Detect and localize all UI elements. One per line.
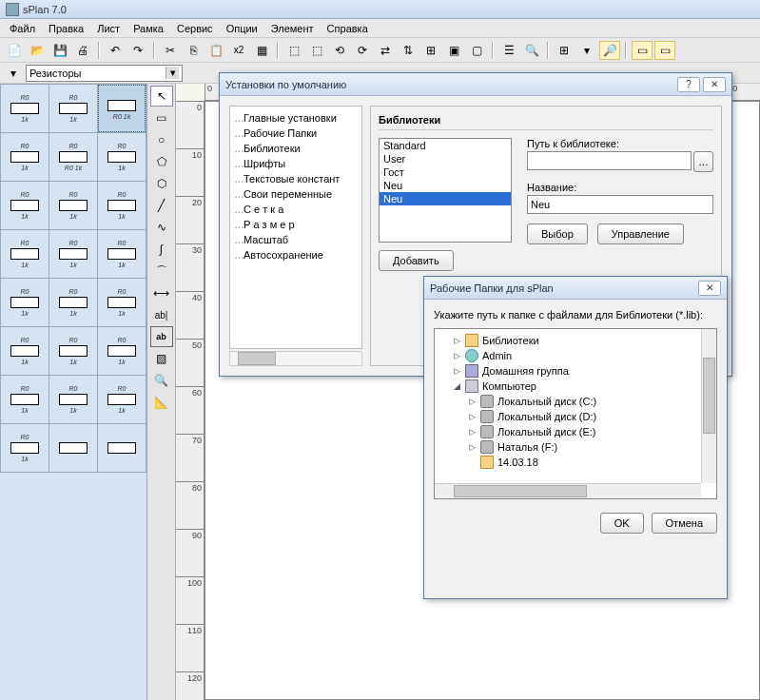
settings-tree-item[interactable]: Свои переменные [232,186,360,202]
x2-icon[interactable]: x2 [228,41,249,60]
expand-icon[interactable]: ▷ [452,366,461,376]
line-tool-icon[interactable]: ╱ [150,195,173,216]
library-path-input[interactable] [527,151,692,170]
folder-tree-item[interactable]: ▷Локальный диск (D:) [435,409,716,424]
settings-tree-item[interactable]: Библиотеки [232,141,360,156]
expand-icon[interactable]: ▷ [467,442,477,452]
undo-icon[interactable]: ↶ [105,41,126,60]
rotate-cw-icon[interactable]: ⟳ [352,41,373,60]
folder-tree-item[interactable]: ▷Наталья (F:) [435,439,716,455]
settings-tree-item[interactable]: Текстовые констант [232,171,360,186]
library-cell[interactable]: R01k [1,182,49,229]
library-cell[interactable] [98,424,146,472]
menu-frame[interactable]: Рамка [127,21,169,35]
group-icon[interactable]: ⬚ [283,41,304,60]
search-icon[interactable]: 🔍 [521,41,542,60]
folder-tree-item[interactable]: ▷Библиотеки [435,333,716,348]
library-cell[interactable]: R01k [49,327,97,375]
library-cell[interactable]: R01k [98,327,146,375]
library-cell[interactable]: R01k [98,279,146,326]
library-list-item[interactable]: User [380,152,511,165]
library-cell[interactable]: R01k [98,376,146,423]
folder-dialog-titlebar[interactable]: Рабочие Папки для sPlan ✕ [424,277,727,300]
library-list-item[interactable]: Neu [380,179,511,192]
menu-options[interactable]: Опции [221,21,263,35]
grid-icon[interactable]: ⊞ [554,41,575,60]
new-icon[interactable]: 📄 [4,41,25,60]
expand-icon[interactable]: ◢ [452,381,461,391]
settings-tree-item[interactable]: Автосохранение [232,247,360,262]
pointer-tool-icon[interactable]: ↖ [150,86,173,107]
arc-tool-icon[interactable]: ⌒ [150,261,173,282]
tree-hscroll[interactable] [229,351,362,366]
ok-button[interactable]: OK [600,513,644,534]
close-button[interactable]: ✕ [703,77,726,92]
zoom-icon[interactable]: 🔎 [599,41,620,60]
select-button[interactable]: Выбор [527,224,588,244]
menu-file[interactable]: Файл [4,21,41,35]
library-cell[interactable] [49,424,97,472]
view1-icon[interactable]: ▭ [632,41,653,60]
library-listbox[interactable]: StandardUserГостNeuNeu [379,138,512,243]
menu-service[interactable]: Сервис [171,21,219,35]
help-button[interactable]: ? [677,77,700,92]
image-tool-icon[interactable]: ▧ [150,348,173,369]
library-cell[interactable]: R01k [1,230,49,278]
library-cell[interactable]: R01k [1,327,49,375]
folder-tree[interactable]: ▷Библиотеки▷Admin▷Домашняя группа◢Компью… [434,328,717,499]
library-cell[interactable]: R0 1k [98,85,146,132]
settings-category-tree[interactable]: Главные установкиРабочие ПапкиБиблиотеки… [229,106,362,349]
print-icon[interactable]: 🖨 [72,41,93,60]
measure-tool-icon[interactable]: 📐 [150,392,173,413]
ungroup-icon[interactable]: ⬚ [306,41,327,60]
settings-tree-item[interactable]: С е т к а [232,202,360,217]
rect-tool-icon[interactable]: ▭ [150,107,173,128]
expand-icon[interactable]: ▷ [467,427,477,437]
manage-button[interactable]: Управление [597,224,684,244]
expand-icon[interactable]: ▷ [452,351,461,360]
library-cell[interactable]: R01k [98,230,146,278]
tree-vscroll[interactable] [701,329,716,483]
flip-v-icon[interactable]: ⇅ [398,41,419,60]
folder-tree-item[interactable]: ▷Локальный диск (E:) [435,424,716,439]
library-cell[interactable]: R01k [49,376,97,423]
expand-icon[interactable]: ▷ [467,412,477,421]
text-tool-icon[interactable]: ab| [150,304,173,325]
zoom-tool-icon[interactable]: 🔍 [150,370,173,391]
rotate-ccw-icon[interactable]: ⟲ [329,41,350,60]
add-library-button[interactable]: Добавить [379,250,454,271]
copy-icon[interactable]: ⎘ [183,41,204,60]
paste-icon[interactable]: 📋 [205,41,226,60]
settings-tree-item[interactable]: Масштаб [232,232,360,247]
close-button[interactable]: ✕ [698,281,721,296]
poly2-tool-icon[interactable]: ⬡ [150,173,173,194]
delete-icon[interactable]: ▦ [251,41,272,60]
library-name-input[interactable] [527,195,713,214]
library-cell[interactable]: R0R0 1k [49,133,97,181]
settings-dialog-titlebar[interactable]: Установки по умолчанию ? ✕ [220,73,731,96]
circle-tool-icon[interactable]: ○ [150,129,173,150]
library-cell[interactable]: R01k [49,182,97,229]
library-cell[interactable]: R01k [1,85,49,132]
menu-element[interactable]: Элемент [265,21,320,35]
menu-help[interactable]: Справка [322,21,374,35]
open-icon[interactable]: 📂 [27,41,48,60]
bezier-tool-icon[interactable]: ∫ [150,239,173,260]
cut-icon[interactable]: ✂ [160,41,181,60]
library-cell[interactable]: R01k [49,230,97,278]
browse-button[interactable]: … [693,151,713,172]
folder-tree-item[interactable]: ▷Локальный диск (C:) [435,394,716,409]
lib-collapse-icon[interactable]: ▾ [3,64,24,83]
redo-icon[interactable]: ↷ [127,41,148,60]
settings-tree-item[interactable]: Рабочие Папки [232,126,360,141]
menu-edit[interactable]: Правка [43,21,89,35]
library-cell[interactable]: R01k [98,133,146,181]
poly-tool-icon[interactable]: ⬠ [150,151,173,172]
settings-tree-item[interactable]: Шрифты [232,156,360,171]
folder-tree-item[interactable]: ▷Домашняя группа [435,363,716,379]
library-cell[interactable]: R01k [1,424,49,472]
list-icon[interactable]: ☰ [498,41,519,60]
grid-dropdown-icon[interactable]: ▾ [576,41,597,60]
expand-icon[interactable]: ▷ [452,336,461,345]
library-cell[interactable]: R01k [1,279,49,326]
